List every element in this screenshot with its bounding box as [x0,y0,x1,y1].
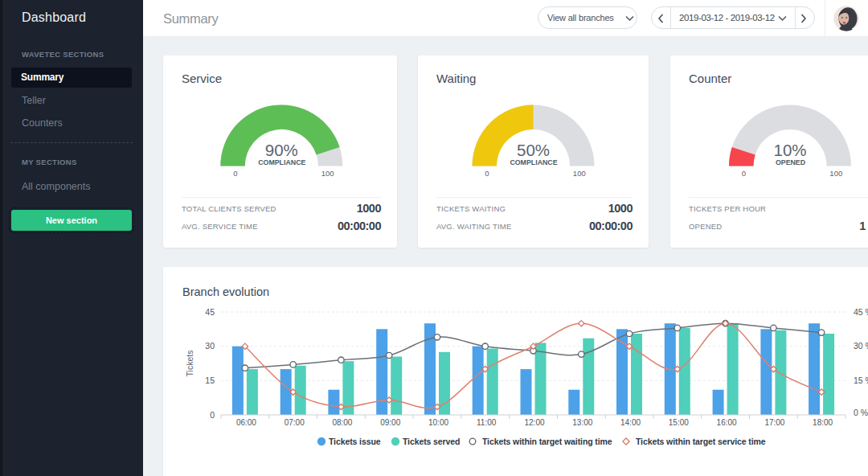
svg-text:15: 15 [205,375,215,385]
svg-text:17:00: 17:00 [764,418,784,427]
svg-text:18:00: 18:00 [813,418,833,427]
svg-text:13:00: 13:00 [572,418,592,427]
svg-text:06:00: 06:00 [236,418,256,427]
svg-text:08:00: 08:00 [332,418,352,427]
svg-text:09:00: 09:00 [380,418,400,427]
svg-text:16:00: 16:00 [717,418,737,427]
svg-text:14:00: 14:00 [620,418,641,427]
svg-text:07:00: 07:00 [285,418,305,427]
svg-text:Tickets: Tickets [185,351,194,377]
svg-text:15 %: 15 % [854,375,868,385]
svg-text:Tickets within target waiting: Tickets within target waiting time [482,437,612,446]
svg-text:45: 45 [205,307,215,317]
svg-text:11:00: 11:00 [477,418,497,427]
svg-text:10:00: 10:00 [428,418,448,427]
svg-text:12:00: 12:00 [524,418,544,427]
svg-text:Tickets issue: Tickets issue [329,437,381,446]
svg-text:15:00: 15:00 [669,418,689,427]
svg-text:0 %: 0 % [854,408,868,417]
svg-text:30 %: 30 % [854,341,868,351]
svg-text:30: 30 [205,341,215,351]
svg-text:Tickets within target service: Tickets within target service time [636,437,766,446]
svg-text:45 %: 45 % [854,307,868,317]
svg-text:0: 0 [210,410,215,420]
svg-text:Tickets served: Tickets served [403,437,460,446]
